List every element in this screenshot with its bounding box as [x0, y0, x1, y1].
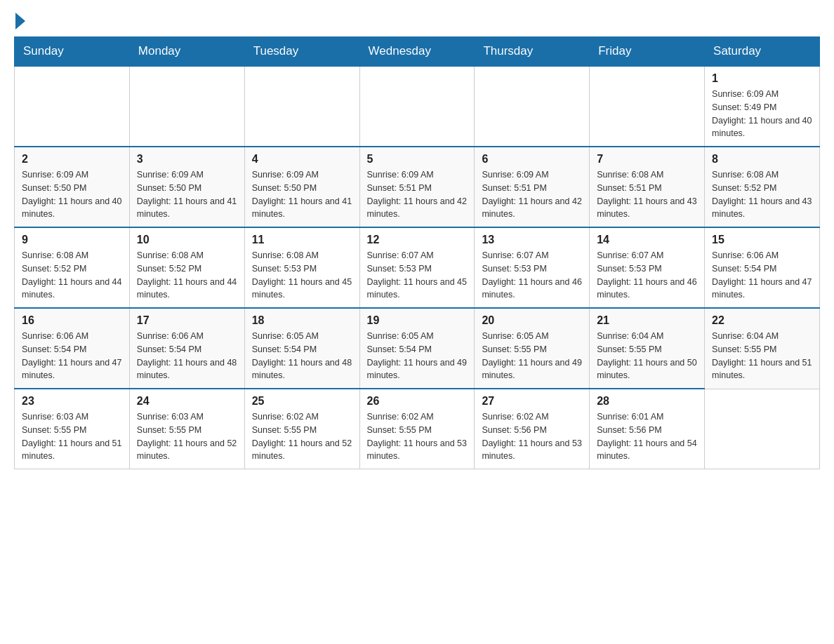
calendar-week-row: 1Sunrise: 6:09 AMSunset: 5:49 PMDaylight…	[15, 66, 820, 147]
day-info: Sunrise: 6:08 AMSunset: 5:52 PMDaylight:…	[712, 168, 812, 221]
calendar-week-row: 2Sunrise: 6:09 AMSunset: 5:50 PMDaylight…	[15, 147, 820, 227]
calendar-table: SundayMondayTuesdayWednesdayThursdayFrid…	[14, 36, 820, 469]
day-number: 8	[712, 153, 812, 166]
day-info: Sunrise: 6:07 AMSunset: 5:53 PMDaylight:…	[482, 249, 582, 302]
calendar-cell: 11Sunrise: 6:08 AMSunset: 5:53 PMDayligh…	[244, 227, 359, 308]
day-info: Sunrise: 6:04 AMSunset: 5:55 PMDaylight:…	[597, 330, 697, 382]
weekday-header-sunday: Sunday	[15, 37, 130, 67]
day-number: 13	[482, 234, 582, 246]
calendar-cell: 6Sunrise: 6:09 AMSunset: 5:51 PMDaylight…	[475, 147, 590, 227]
day-info: Sunrise: 6:08 AMSunset: 5:52 PMDaylight:…	[137, 249, 237, 302]
calendar-cell: 7Sunrise: 6:08 AMSunset: 5:51 PMDaylight…	[590, 147, 705, 227]
day-number: 3	[137, 153, 237, 166]
calendar-cell: 17Sunrise: 6:06 AMSunset: 5:54 PMDayligh…	[129, 308, 244, 389]
day-number: 7	[597, 153, 697, 166]
day-info: Sunrise: 6:07 AMSunset: 5:53 PMDaylight:…	[597, 249, 697, 302]
day-number: 24	[137, 395, 237, 408]
day-number: 1	[712, 72, 812, 85]
day-number: 4	[252, 153, 352, 166]
weekday-header-wednesday: Wednesday	[359, 37, 475, 67]
calendar-week-row: 9Sunrise: 6:08 AMSunset: 5:52 PMDaylight…	[15, 227, 820, 308]
day-info: Sunrise: 6:02 AMSunset: 5:56 PMDaylight:…	[482, 410, 582, 463]
day-number: 23	[22, 395, 122, 408]
calendar-cell: 13Sunrise: 6:07 AMSunset: 5:53 PMDayligh…	[475, 227, 590, 308]
day-number: 14	[597, 234, 697, 246]
calendar-cell	[129, 66, 244, 147]
day-info: Sunrise: 6:08 AMSunset: 5:52 PMDaylight:…	[22, 249, 122, 302]
day-info: Sunrise: 6:09 AMSunset: 5:49 PMDaylight:…	[712, 88, 812, 140]
calendar-cell: 4Sunrise: 6:09 AMSunset: 5:50 PMDaylight…	[244, 147, 359, 227]
day-number: 17	[137, 314, 237, 327]
day-info: Sunrise: 6:06 AMSunset: 5:54 PMDaylight:…	[137, 330, 237, 382]
day-info: Sunrise: 6:02 AMSunset: 5:55 PMDaylight:…	[252, 410, 352, 463]
calendar-cell: 22Sunrise: 6:04 AMSunset: 5:55 PMDayligh…	[705, 308, 820, 389]
day-info: Sunrise: 6:05 AMSunset: 5:54 PMDaylight:…	[252, 330, 352, 382]
day-info: Sunrise: 6:05 AMSunset: 5:54 PMDaylight:…	[367, 330, 468, 382]
logo	[14, 14, 25, 29]
calendar-cell	[359, 66, 475, 147]
calendar-cell	[590, 66, 705, 147]
day-info: Sunrise: 6:09 AMSunset: 5:51 PMDaylight:…	[367, 168, 468, 221]
calendar-cell: 18Sunrise: 6:05 AMSunset: 5:54 PMDayligh…	[244, 308, 359, 389]
day-number: 27	[482, 395, 582, 408]
page-header	[14, 14, 820, 29]
calendar-cell: 12Sunrise: 6:07 AMSunset: 5:53 PMDayligh…	[359, 227, 475, 308]
calendar-week-row: 23Sunrise: 6:03 AMSunset: 5:55 PMDayligh…	[15, 389, 820, 469]
weekday-header-friday: Friday	[590, 37, 705, 67]
weekday-header-tuesday: Tuesday	[244, 37, 359, 67]
weekday-header-monday: Monday	[129, 37, 244, 67]
day-number: 11	[252, 234, 352, 246]
calendar-cell	[475, 66, 590, 147]
calendar-cell: 9Sunrise: 6:08 AMSunset: 5:52 PMDaylight…	[15, 227, 130, 308]
calendar-cell: 20Sunrise: 6:05 AMSunset: 5:55 PMDayligh…	[475, 308, 590, 389]
calendar-cell: 28Sunrise: 6:01 AMSunset: 5:56 PMDayligh…	[590, 389, 705, 469]
day-number: 6	[482, 153, 582, 166]
day-info: Sunrise: 6:08 AMSunset: 5:53 PMDaylight:…	[252, 249, 352, 302]
day-info: Sunrise: 6:04 AMSunset: 5:55 PMDaylight:…	[712, 330, 812, 382]
calendar-cell: 2Sunrise: 6:09 AMSunset: 5:50 PMDaylight…	[15, 147, 130, 227]
logo-arrow-icon	[15, 13, 25, 29]
calendar-cell: 23Sunrise: 6:03 AMSunset: 5:55 PMDayligh…	[15, 389, 130, 469]
day-number: 5	[367, 153, 468, 166]
day-number: 28	[597, 395, 697, 408]
weekday-header-saturday: Saturday	[705, 37, 820, 67]
calendar-cell: 14Sunrise: 6:07 AMSunset: 5:53 PMDayligh…	[590, 227, 705, 308]
calendar-cell: 1Sunrise: 6:09 AMSunset: 5:49 PMDaylight…	[705, 66, 820, 147]
calendar-header-row: SundayMondayTuesdayWednesdayThursdayFrid…	[15, 37, 820, 67]
calendar-cell	[705, 389, 820, 469]
calendar-cell: 27Sunrise: 6:02 AMSunset: 5:56 PMDayligh…	[475, 389, 590, 469]
weekday-header-thursday: Thursday	[475, 37, 590, 67]
calendar-cell: 8Sunrise: 6:08 AMSunset: 5:52 PMDaylight…	[705, 147, 820, 227]
day-info: Sunrise: 6:03 AMSunset: 5:55 PMDaylight:…	[22, 410, 122, 463]
day-number: 21	[597, 314, 697, 327]
calendar-cell: 10Sunrise: 6:08 AMSunset: 5:52 PMDayligh…	[129, 227, 244, 308]
day-number: 2	[22, 153, 122, 166]
day-number: 15	[712, 234, 812, 246]
day-info: Sunrise: 6:06 AMSunset: 5:54 PMDaylight:…	[712, 249, 812, 302]
calendar-cell: 5Sunrise: 6:09 AMSunset: 5:51 PMDaylight…	[359, 147, 475, 227]
day-info: Sunrise: 6:09 AMSunset: 5:51 PMDaylight:…	[482, 168, 582, 221]
day-number: 19	[367, 314, 468, 327]
day-number: 25	[252, 395, 352, 408]
calendar-week-row: 16Sunrise: 6:06 AMSunset: 5:54 PMDayligh…	[15, 308, 820, 389]
day-info: Sunrise: 6:09 AMSunset: 5:50 PMDaylight:…	[22, 168, 122, 221]
calendar-cell: 19Sunrise: 6:05 AMSunset: 5:54 PMDayligh…	[359, 308, 475, 389]
day-info: Sunrise: 6:05 AMSunset: 5:55 PMDaylight:…	[482, 330, 582, 382]
day-info: Sunrise: 6:01 AMSunset: 5:56 PMDaylight:…	[597, 410, 697, 463]
calendar-cell	[15, 66, 130, 147]
calendar-cell: 15Sunrise: 6:06 AMSunset: 5:54 PMDayligh…	[705, 227, 820, 308]
day-info: Sunrise: 6:09 AMSunset: 5:50 PMDaylight:…	[137, 168, 237, 221]
day-number: 16	[22, 314, 122, 327]
calendar-cell	[244, 66, 359, 147]
calendar-cell: 26Sunrise: 6:02 AMSunset: 5:55 PMDayligh…	[359, 389, 475, 469]
day-number: 9	[22, 234, 122, 246]
day-info: Sunrise: 6:03 AMSunset: 5:55 PMDaylight:…	[137, 410, 237, 463]
calendar-cell: 16Sunrise: 6:06 AMSunset: 5:54 PMDayligh…	[15, 308, 130, 389]
day-number: 10	[137, 234, 237, 246]
calendar-cell: 21Sunrise: 6:04 AMSunset: 5:55 PMDayligh…	[590, 308, 705, 389]
calendar-cell: 24Sunrise: 6:03 AMSunset: 5:55 PMDayligh…	[129, 389, 244, 469]
day-number: 12	[367, 234, 468, 246]
day-number: 18	[252, 314, 352, 327]
calendar-cell: 25Sunrise: 6:02 AMSunset: 5:55 PMDayligh…	[244, 389, 359, 469]
day-number: 22	[712, 314, 812, 327]
